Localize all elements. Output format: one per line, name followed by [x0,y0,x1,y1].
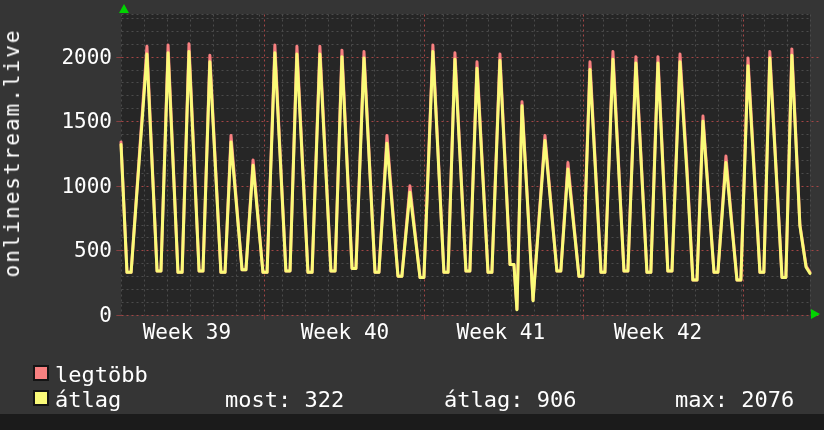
x-week-label: Week 42 [614,320,703,344]
y-tick-label: 500 [40,238,112,262]
y-tick-label: 1000 [40,174,112,198]
monitoring-graph: onlinestream.live 0500100015002000 Week … [0,0,824,430]
y-axis-arrow-icon [119,4,129,13]
stat-atlag: átlag: 906 [444,387,576,412]
x-week-label: Week 40 [301,320,390,344]
x-axis-arrow-icon [811,309,820,319]
legend-swatch-avg [33,390,49,406]
x-week-label: Week 41 [457,320,546,344]
legend-swatch-max [33,365,49,381]
legend-label-avg: átlag [55,387,121,412]
x-axis-week-labels: Week 39Week 40Week 41Week 42 [0,320,824,344]
y-tick-label: 1500 [40,109,112,133]
chart-title: onlinestream.live [0,29,24,278]
x-week-label: Week 39 [143,320,232,344]
y-tick-label: 2000 [40,45,112,69]
stat-most: most: 322 [225,387,344,412]
legend-label-max: legtöbb [55,362,148,387]
stat-max: max: 2076 [675,387,794,412]
